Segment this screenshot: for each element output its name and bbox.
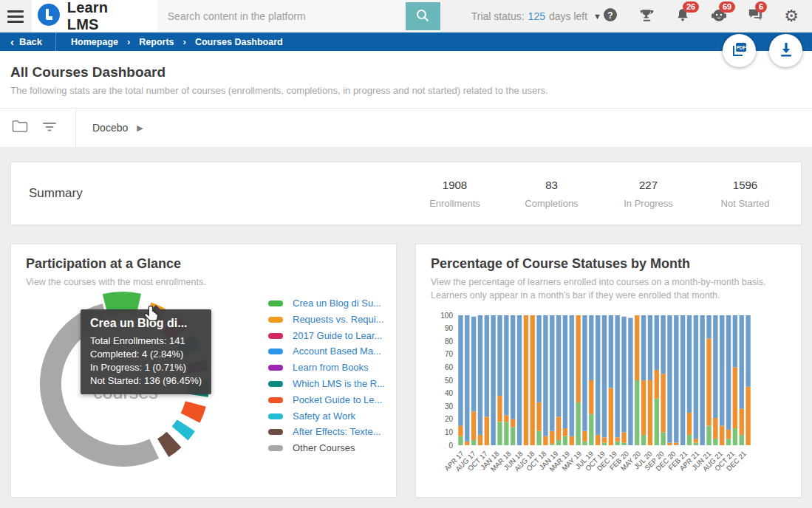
bar-segment[interactable] — [556, 416, 561, 440]
breadcrumb-item-reports[interactable]: Reports — [139, 37, 174, 47]
bar-segment[interactable] — [536, 402, 541, 431]
bar-segment[interactable] — [726, 439, 731, 445]
donut-segment[interactable] — [172, 419, 195, 440]
bar-segment[interactable] — [661, 315, 665, 374]
bar-segment[interactable] — [746, 315, 750, 387]
legend-item[interactable]: Crea un Blog di Su... — [268, 298, 385, 314]
bar-segment[interactable] — [615, 442, 620, 445]
bar-segment[interactable] — [667, 442, 672, 445]
bar-segment[interactable] — [550, 315, 554, 431]
bar-segment[interactable] — [661, 374, 665, 432]
bar-segment[interactable] — [661, 432, 665, 445]
bar-segment[interactable] — [471, 440, 476, 445]
bar-segment[interactable] — [582, 315, 587, 431]
bar-segment[interactable] — [706, 426, 711, 445]
bar-segment[interactable] — [602, 442, 607, 445]
bar-segment[interactable] — [517, 315, 522, 445]
bar-segment[interactable] — [589, 315, 593, 380]
stacked-bar-chart[interactable]: 0102030405060708090100APR 17AUG 17OCT 17… — [420, 308, 794, 492]
gamification-button[interactable] — [638, 7, 655, 25]
legend-item[interactable]: Safety at Work — [268, 411, 385, 427]
bar-segment[interactable] — [648, 380, 652, 445]
bar-segment[interactable] — [648, 315, 652, 380]
bar-segment[interactable] — [694, 442, 698, 445]
bar-segment[interactable] — [511, 315, 515, 419]
bar-segment[interactable] — [641, 315, 646, 380]
bar-segment[interactable] — [504, 422, 508, 445]
messages-button[interactable]: 6 — [746, 7, 764, 25]
bar-segment[interactable] — [556, 440, 561, 445]
bar-segment[interactable] — [726, 430, 731, 439]
bar-segment[interactable] — [524, 315, 528, 445]
hamburger-menu-icon[interactable] — [0, 0, 32, 32]
bar-segment[interactable] — [609, 315, 613, 388]
breadcrumb-item-current[interactable]: Courses Dashboard — [195, 37, 283, 47]
bar-segment[interactable] — [602, 315, 607, 437]
bar-segment[interactable] — [596, 315, 600, 435]
bar-segment[interactable] — [570, 315, 574, 436]
notifications-button[interactable]: 26 — [674, 7, 692, 25]
bar-segment[interactable] — [733, 428, 737, 445]
bar-segment[interactable] — [720, 315, 724, 426]
bar-segment[interactable] — [635, 315, 639, 380]
bar-segment[interactable] — [530, 315, 535, 445]
bar-segment[interactable] — [589, 380, 593, 414]
bar-segment[interactable] — [746, 387, 750, 445]
bar-segment[interactable] — [713, 418, 717, 439]
bar-segment[interactable] — [504, 416, 508, 422]
bar-segment[interactable] — [667, 315, 672, 442]
bar-segment[interactable] — [576, 315, 580, 402]
assistant-button[interactable]: 69 — [710, 7, 728, 25]
legend-item[interactable]: Other Courses — [268, 442, 385, 459]
bar-segment[interactable] — [680, 315, 685, 445]
bar-segment[interactable] — [471, 411, 476, 440]
bar-segment[interactable] — [582, 442, 587, 445]
filter-button[interactable] — [40, 118, 59, 137]
bar-segment[interactable] — [497, 315, 502, 396]
bar-segment[interactable] — [733, 315, 737, 367]
bar-segment[interactable] — [740, 435, 744, 445]
bar-segment[interactable] — [700, 315, 704, 445]
bar-segment[interactable] — [694, 439, 698, 442]
bar-segment[interactable] — [602, 437, 607, 442]
bar-segment[interactable] — [641, 380, 646, 435]
bar-segment[interactable] — [563, 315, 567, 428]
export-pdf-button[interactable]: PDF — [723, 34, 756, 67]
bar-segment[interactable] — [543, 436, 547, 445]
bar-segment[interactable] — [621, 442, 626, 445]
bar-segment[interactable] — [485, 416, 489, 445]
bar-segment[interactable] — [726, 315, 731, 430]
search-button[interactable] — [406, 2, 440, 30]
bar-segment[interactable] — [497, 422, 502, 445]
bar-segment[interactable] — [550, 431, 554, 444]
bar-segment[interactable] — [458, 426, 463, 436]
bar-segment[interactable] — [511, 419, 515, 428]
folder-path[interactable]: Docebo ▶ — [92, 122, 143, 134]
legend-item[interactable]: Learn from Books — [268, 362, 385, 378]
bar-segment[interactable] — [641, 435, 646, 445]
legend-item[interactable]: 2017 Guide to Lear... — [268, 330, 385, 346]
bar-segment[interactable] — [713, 315, 717, 418]
bar-segment[interactable] — [511, 427, 515, 445]
bar-segment[interactable] — [458, 436, 463, 445]
bar-segment[interactable] — [655, 315, 659, 370]
bar-segment[interactable] — [465, 315, 469, 442]
bar-segment[interactable] — [720, 426, 724, 445]
bar-segment[interactable] — [687, 315, 692, 413]
download-button[interactable] — [769, 34, 802, 67]
bar-segment[interactable] — [563, 436, 567, 445]
folder-button[interactable] — [10, 118, 30, 137]
bar-segment[interactable] — [550, 444, 554, 445]
legend-item[interactable]: Requests vs. Requi... — [268, 314, 385, 330]
bar-segment[interactable] — [576, 402, 580, 445]
bar-segment[interactable] — [740, 315, 744, 409]
search-input[interactable] — [157, 0, 406, 32]
legend-item[interactable]: Account Based Ma... — [268, 346, 385, 362]
trial-status[interactable]: Trial status: 125 days left ▼ — [471, 10, 601, 22]
legend-item[interactable]: Which LMS is the R... — [268, 378, 385, 394]
bar-segment[interactable] — [504, 315, 508, 416]
bar-segment[interactable] — [687, 435, 692, 445]
bar-segment[interactable] — [485, 315, 489, 416]
bar-segment[interactable] — [563, 428, 567, 436]
bar-segment[interactable] — [465, 442, 469, 445]
